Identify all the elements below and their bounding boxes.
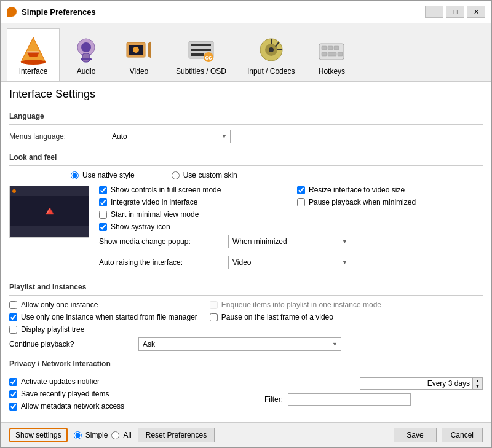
svg-rect-16 [191,53,204,56]
show-media-popup-select-wrapper: When minimized Always Never [228,235,351,248]
privacy-content: Activate updates notifier Save recently … [9,377,483,411]
svg-text:cc: cc [205,54,212,61]
pause-last-frame-check[interactable]: Pause on the last frame of a video [210,313,381,321]
allow-metadata-check[interactable]: Allow metadata network access [9,402,240,411]
filter-label: Filter: [252,395,283,404]
enqueue-items-check[interactable]: Enqueue items into playlist in one insta… [210,301,381,309]
auto-raising-row: Auto raising the interface: Video Never … [99,256,483,269]
all-radio[interactable]: All [111,431,131,439]
svg-rect-28 [334,46,339,50]
save-button[interactable]: Save [394,428,436,442]
svg-rect-4 [27,51,39,53]
menus-language-select-wrapper: Auto English French [108,130,231,143]
privacy-right: ▲ ▼ Filter: [252,377,483,411]
native-style-label: Use native style [82,171,135,179]
reset-preferences-button[interactable]: Reset Preferences [138,428,215,442]
svg-rect-8 [81,58,92,60]
svg-rect-30 [328,52,336,56]
save-recently-played-check[interactable]: Save recently played items [9,390,240,398]
svg-rect-31 [338,52,343,56]
native-style-radio[interactable]: Use native style [71,171,135,179]
spinner-buttons: ▲ ▼ [472,378,482,389]
minimize-button[interactable]: ─ [425,6,443,18]
show-settings-button[interactable]: Show settings [9,428,68,442]
filter-row: Filter: [252,393,483,406]
updates-frequency-row: ▲ ▼ [252,377,483,390]
resize-interface-check[interactable]: Resize interface to video size [297,186,483,194]
svg-point-6 [81,42,91,52]
checkboxes-right: Resize interface to video size Pause pla… [297,186,483,231]
playlist-section: Playlist and Instances Allow only one in… [9,278,483,351]
updates-frequency-input[interactable] [360,377,483,390]
spinner-up-btn[interactable]: ▲ [472,378,482,383]
show-media-popup-select[interactable]: When minimized Always Never [228,235,351,248]
tab-interface-label: Interface [19,67,48,76]
svg-point-12 [133,47,139,53]
simple-radio-input[interactable] [74,431,82,439]
continue-playback-select-wrapper: Ask Continue Stop [138,337,341,351]
interface-preview: 🔺 [9,186,89,238]
privacy-checks: Activate updates notifier Save recently … [9,377,240,411]
page-title: Interface Settings [1,82,491,107]
systray-icon-check[interactable]: Show systray icon [99,222,285,231]
interface-icon [17,34,49,66]
window-title: Simple Preferences [22,7,96,17]
show-media-popup-label: Show media change popup: [99,237,222,246]
close-button[interactable]: ✕ [467,6,485,18]
minimal-view-check[interactable]: Start in minimal view mode [99,210,285,219]
tab-hotkeys[interactable]: Hotkeys [305,28,358,81]
continue-playback-row: Continue playback? Ask Continue Stop [9,337,483,351]
tab-input-label: Input / Codecs [247,67,295,76]
playlist-header: Playlist and Instances [9,278,483,294]
bottom-left: Show settings Simple All Reset Preferenc… [9,428,215,442]
menus-language-select[interactable]: Auto English French [108,130,231,143]
svg-rect-26 [322,46,327,50]
display-playlist-tree-check[interactable]: Display playlist tree [9,325,197,334]
svg-rect-27 [328,46,333,50]
all-radio-input[interactable] [111,431,119,439]
auto-raising-select-wrapper: Video Never Always [228,256,351,269]
tab-subtitles-label: Subtitles / OSD [176,67,226,76]
pause-minimized-check[interactable]: Pause playback when minimized [297,198,483,206]
continue-playback-select[interactable]: Ask Continue Stop [138,337,341,351]
one-instance-file-manager-check[interactable]: Use only one instance when started from … [9,313,197,321]
language-header: Language [9,107,483,123]
video-icon [123,34,155,66]
look-feel-section: Look and feel Use native style Use custo… [9,148,483,273]
cancel-button[interactable]: Cancel [442,428,483,442]
tab-video-label: Video [130,67,148,76]
continue-playback-label: Continue playback? [9,340,132,348]
filter-input[interactable] [288,393,411,406]
all-radio-label: All [123,431,131,439]
tab-subtitles[interactable]: cc Subtitles / OSD [165,28,237,81]
tab-audio[interactable]: Audio [60,28,113,81]
look-feel-header: Look and feel [9,148,483,164]
svg-marker-10 [148,41,151,58]
hotkeys-icon [315,34,347,66]
spinner-down-btn[interactable]: ▼ [472,383,482,389]
simple-radio[interactable]: Simple [74,431,108,439]
one-instance-check[interactable]: Allow only one instance [9,301,197,309]
title-bar-left: Simple Preferences [7,7,96,17]
checkboxes-area: Show controls in full screen mode Integr… [99,186,483,273]
show-controls-check[interactable]: Show controls in full screen mode [99,186,285,194]
tab-video[interactable]: Video [113,28,165,81]
custom-skin-input[interactable] [172,171,180,179]
checkboxes-left: Show controls in full screen mode Integr… [99,186,285,231]
svg-rect-14 [191,44,211,46]
custom-skin-radio[interactable]: Use custom skin [172,171,237,179]
svg-point-24 [269,47,274,52]
settings-mode-group: Simple All [74,431,132,439]
tab-input[interactable]: Input / Codecs [237,28,305,81]
activate-updates-check[interactable]: Activate updates notifier [9,377,240,386]
auto-raising-label: Auto raising the interface: [99,258,222,267]
native-style-input[interactable] [71,171,79,179]
svg-point-2 [21,60,46,65]
custom-skin-label: Use custom skin [183,171,237,179]
tab-interface[interactable]: Interface [7,28,60,82]
maximize-button[interactable]: □ [446,6,464,18]
playlist-checks-right: Enqueue items into playlist in one insta… [210,301,381,334]
bottom-right: Save Cancel [394,428,483,442]
integrate-video-check[interactable]: Integrate video in interface [99,198,285,206]
auto-raising-select[interactable]: Video Never Always [228,256,351,269]
